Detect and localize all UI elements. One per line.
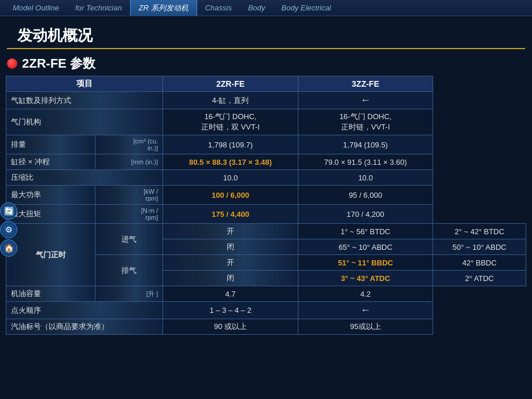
row-3zz-torque: 170 / 4,200 [298,205,433,224]
table-row-oil: 机油容量 [升 ] 4.7 4.2 [6,286,526,302]
section-title-text: 2ZR-FE 参数 [22,55,95,72]
row-2zr-cylinders: 4-缸，直列 [163,92,298,109]
row-2zr-oil: 4.7 [163,286,298,302]
row-2zr-intake-close: 65° ~ 10° ABDC [298,239,433,255]
nav-chassis[interactable]: Chassis [197,0,240,16]
table-row: 气缸数及排列方式 4-缸，直列 ← [6,92,526,109]
page-header: 发动机概况 [7,20,525,49]
top-navigation: Model Outline for Technician ZR 系列发动机 Ch… [0,0,532,16]
sidebar-icon-settings[interactable]: ⚙ [0,221,17,238]
sidebar-icon-refresh[interactable]: 🔄 [0,202,17,220]
table-row: 气门机构 16-气门 DOHC, 正时链，双 VVT-I 16-气门 DOHC,… [6,109,526,135]
row-label-exhaust-close: 闭 [163,271,298,286]
row-label-bore: 缸径 × 冲程 [6,154,95,170]
row-2zr-bore: 80.5 × 88.3 (3.17 × 3.48) [163,154,298,170]
row-label-intake: 进气 [95,224,163,255]
row-3zz-cylinders: ← [298,92,433,109]
row-2zr-torque: 175 / 4,400 [163,205,298,224]
row-2zr-exhaust-close: 3° ~ 43° ATDC [298,271,433,286]
table-row: 缸径 × 冲程 [mm (in.)] 80.5 × 88.3 (3.17 × 3… [6,154,526,170]
row-2zr-power: 100 / 6,000 [163,186,298,205]
row-label-fuel: 汽油标号（以商品要求为准） [6,319,163,335]
row-label-power: 最大功率 [6,186,95,205]
nav-body-electrical[interactable]: Body Electrical [274,0,339,16]
row-unit-displacement: [cm³ (cu. in.)] [95,135,163,154]
table-row: 最大功率 [kW / rpm] 100 / 6,000 95 / 6,000 [6,186,526,205]
row-label-valve-timing: 气门正时 [6,224,95,286]
row-label-exhaust: 排气 [95,255,163,286]
row-3zz-displacement: 1,794 (109.5) [298,135,433,154]
row-3zz-ignition: ← [298,302,433,319]
row-label-cylinders: 气缸数及排列方式 [6,92,163,109]
row-3zz-intake-open: 2° ~ 42° BTDC [433,224,526,239]
nav-body[interactable]: Body [240,0,274,16]
col-header-label: 项目 [6,76,163,92]
row-2zr-valve: 16-气门 DOHC, 正时链，双 VVT-I [163,109,298,135]
row-3zz-bore: 79.0 × 91.5 (3.11 × 3.60) [298,154,433,170]
nav-model-outline[interactable]: Model Outline [5,0,67,16]
row-label-torque: 最大扭矩 [6,205,95,224]
row-label-intake-open: 开 [163,224,298,239]
table-row: 压缩比 10.0 10.0 [6,170,526,186]
row-3zz-intake-close: 50° ~ 10° ABDC [433,239,526,255]
row-3zz-compression: 10.0 [298,170,433,186]
row-3zz-exhaust-close: 2° ATDC [433,271,526,286]
row-3zz-valve: 16-气门 DOHC, 正时链，VVT-I [298,109,433,135]
col-header-3zz: 3ZZ-FE [298,76,433,92]
table-row: 排量 [cm³ (cu. in.)] 1,798 (109.7) 1,794 (… [6,135,526,154]
row-label-valve: 气门机构 [6,109,163,135]
row-2zr-ignition: 1 – 3 – 4 – 2 [163,302,298,319]
row-unit-oil: [升 ] [95,286,163,302]
nav-zr-engine[interactable]: ZR 系列发动机 [130,0,197,16]
table-row: 最大扭矩 [N·m / rpm] 175 / 4,400 170 / 4,200 [6,205,526,224]
row-unit-bore: [mm (in.)] [95,154,163,170]
table-row-fuel: 汽油标号（以商品要求为准） 90 或以上 95或以上 [6,319,526,335]
table-row-intake-open: 气门正时 进气 开 1° ~ 56° BTDC 2° ~ 42° BTDC [6,224,526,239]
row-unit-power: [kW / rpm] [95,186,163,205]
red-circle-icon [7,58,17,69]
row-2zr-displacement: 1,798 (109.7) [163,135,298,154]
table-row-ignition: 点火顺序 1 – 3 – 4 – 2 ← [6,302,526,319]
row-2zr-compression: 10.0 [163,170,298,186]
row-label-oil: 机油容量 [6,286,95,302]
row-3zz-exhaust-open: 42° BBDC [433,255,526,271]
nav-for-technician[interactable]: for Technician [67,0,130,16]
row-label-intake-close: 闭 [163,239,298,255]
row-2zr-exhaust-open: 51° ~ 11° BBDC [298,255,433,271]
row-3zz-power: 95 / 6,000 [298,186,433,205]
parameters-table-wrapper: 项目 2ZR-FE 3ZZ-FE 气缸数及排列方式 4-缸，直列 ← 气门机构 … [0,76,532,335]
row-label-ignition: 点火顺序 [6,302,163,319]
row-3zz-fuel: 95或以上 [298,319,433,335]
parameters-table: 项目 2ZR-FE 3ZZ-FE 气缸数及排列方式 4-缸，直列 ← 气门机构 … [6,76,526,335]
section-header: 2ZR-FE 参数 [0,49,532,76]
sidebar-icon-home[interactable]: 🏠 [0,239,17,257]
row-label-exhaust-open: 开 [163,255,298,271]
row-unit-torque: [N·m / rpm] [95,205,163,224]
sidebar-left: 🔄 ⚙ 🏠 [0,202,19,257]
row-label-compression: 压缩比 [6,170,163,186]
row-3zz-oil: 4.2 [298,286,433,302]
row-label-displacement: 排量 [6,135,95,154]
col-header-2zr: 2ZR-FE [163,76,298,92]
page-title: 发动机概况 [17,27,93,44]
row-2zr-intake-open: 1° ~ 56° BTDC [298,224,433,239]
row-2zr-fuel: 90 或以上 [163,319,298,335]
